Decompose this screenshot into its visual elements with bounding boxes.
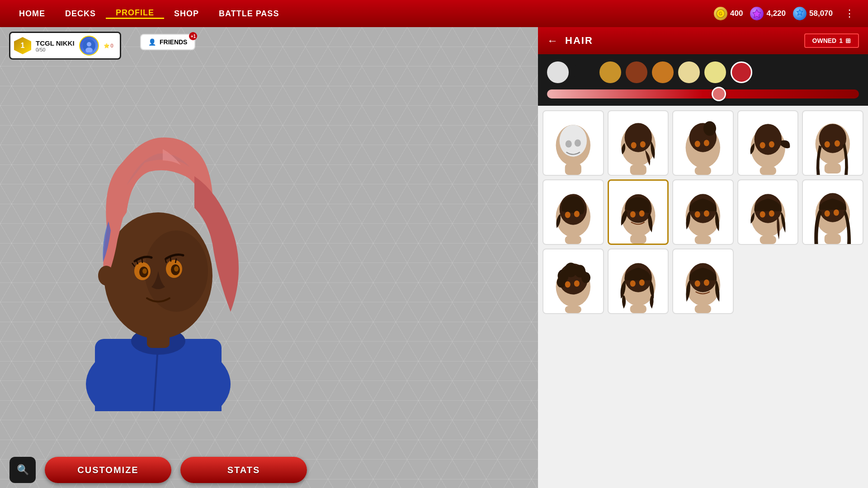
customize-button[interactable]: CUSTOMIZE — [45, 457, 171, 483]
player-info-bar: 1 TCGL NIKKI 0/50 ⭐ 0 — [9, 32, 121, 60]
color-swatches-row — [547, 61, 859, 83]
hair-style-bun-top[interactable] — [672, 110, 734, 176]
svg-point-50 — [574, 211, 580, 217]
svg-rect-46 — [825, 164, 841, 174]
color-hue-slider[interactable] — [547, 89, 859, 99]
hair-style-ponytail-low[interactable] — [608, 110, 669, 176]
svg-marker-2 — [753, 9, 761, 18]
hair-style-updo[interactable] — [542, 179, 604, 245]
hair-style-straight-center[interactable] — [672, 179, 734, 245]
search-icon: 🔍 — [17, 464, 29, 476]
hair-style-bun-side[interactable] — [737, 110, 799, 176]
star-count: 0 — [111, 43, 113, 48]
hair-style-bald[interactable] — [542, 110, 604, 176]
svg-point-45 — [835, 140, 840, 146]
svg-point-18 — [142, 268, 147, 274]
hair-style-braided[interactable] — [737, 179, 799, 245]
friends-button[interactable]: 👤 FRIENDS +1 — [140, 34, 195, 50]
svg-point-29 — [640, 141, 645, 147]
gold-amount: 400 — [730, 9, 743, 18]
svg-point-90 — [704, 279, 709, 286]
nav-item-shop[interactable]: SHOP — [164, 9, 209, 19]
hair-style-wavy-medium[interactable] — [608, 249, 669, 314]
svg-point-85 — [639, 279, 644, 286]
stats-button[interactable]: STATS — [180, 457, 307, 483]
slider-thumb[interactable] — [712, 87, 726, 101]
svg-point-19 — [174, 266, 179, 272]
star-icon: ⭐ — [104, 43, 110, 49]
svg-rect-41 — [760, 167, 776, 175]
main-content: 1 TCGL NIKKI 0/50 ⭐ 0 👤 FRIENDS +1 — [0, 27, 868, 488]
player-stars: ⭐ 0 — [104, 43, 113, 49]
filter-icon: ⊞ — [845, 37, 851, 44]
color-swatch-blonde[interactable] — [704, 61, 726, 83]
svg-point-24 — [575, 139, 581, 146]
svg-point-77 — [581, 272, 590, 283]
purple-coin-icon — [750, 7, 764, 20]
avatar-svg — [63, 95, 253, 411]
svg-rect-30 — [630, 165, 646, 175]
svg-rect-71 — [825, 234, 841, 244]
svg-point-44 — [825, 141, 830, 147]
more-options-button[interactable]: ⋮ — [840, 8, 859, 19]
friends-icon: 👤 — [148, 38, 156, 46]
svg-marker-3 — [797, 9, 803, 15]
purple-amount: 4,220 — [766, 9, 786, 18]
hair-color-area — [538, 54, 868, 106]
color-swatch-golden[interactable] — [599, 61, 621, 83]
svg-point-64 — [760, 211, 765, 217]
hair-style-medium-straight[interactable] — [672, 249, 734, 314]
hair-style-straight-long[interactable] — [802, 110, 863, 176]
hair-panel-header: ← HAIR OWNED 1 ⊞ — [538, 27, 868, 54]
svg-point-27 — [624, 123, 651, 152]
hair-style-long-straight[interactable] — [802, 179, 863, 245]
svg-rect-81 — [565, 306, 581, 313]
svg-point-49 — [565, 211, 571, 218]
svg-point-33 — [703, 121, 716, 136]
svg-rect-61 — [695, 236, 711, 244]
nav-item-battlepass[interactable]: BATTLE PASS — [209, 9, 289, 19]
svg-text:G: G — [719, 11, 722, 16]
color-swatch-red[interactable] — [731, 61, 752, 83]
svg-point-39 — [760, 142, 765, 148]
owned-filter-button[interactable]: OWNED 1 ⊞ — [804, 33, 859, 48]
svg-point-70 — [834, 209, 839, 216]
hair-style-curly[interactable] — [542, 249, 604, 314]
svg-rect-86 — [630, 305, 646, 313]
color-swatch-light-blonde[interactable] — [678, 61, 700, 83]
svg-point-5 — [87, 42, 91, 47]
avatar-display-area — [0, 27, 316, 452]
svg-point-59 — [695, 211, 700, 217]
search-button[interactable]: 🔍 — [9, 457, 36, 483]
svg-rect-51 — [565, 236, 581, 244]
svg-point-78 — [557, 277, 566, 287]
avatar-container — [63, 95, 253, 411]
color-swatch-auburn[interactable] — [626, 61, 647, 83]
svg-rect-66 — [760, 236, 776, 244]
blue-amount: 58,070 — [809, 9, 833, 18]
nav-item-home[interactable]: HOME — [9, 9, 55, 19]
svg-point-43 — [819, 124, 846, 153]
player-name: TCGL NIKKI — [36, 39, 75, 47]
svg-point-38 — [754, 124, 781, 155]
owned-label: OWNED — [812, 37, 837, 44]
gold-coin-icon: G — [714, 7, 727, 20]
nav-item-decks[interactable]: DECKS — [55, 9, 106, 19]
color-swatch-orange[interactable] — [652, 61, 674, 83]
hair-panel-title: HAIR — [565, 35, 797, 47]
svg-rect-56 — [630, 235, 646, 244]
currency-blue: 58,070 — [793, 7, 833, 20]
nav-item-profile[interactable]: PROFILE — [106, 8, 164, 19]
player-avatar-badge — [79, 36, 99, 56]
color-swatch-white[interactable] — [547, 61, 569, 83]
color-swatch-black[interactable] — [573, 61, 595, 83]
back-button[interactable]: ← — [547, 34, 558, 47]
top-navigation: HOME DECKS PROFILE SHOP BATTLE PASS G 40… — [0, 0, 868, 27]
svg-point-69 — [825, 210, 830, 216]
svg-point-54 — [630, 211, 636, 218]
svg-point-55 — [639, 211, 644, 217]
level-badge: 1 — [14, 37, 31, 54]
svg-point-60 — [704, 210, 709, 216]
svg-point-89 — [695, 280, 700, 286]
hair-style-side-parted[interactable] — [608, 179, 669, 245]
